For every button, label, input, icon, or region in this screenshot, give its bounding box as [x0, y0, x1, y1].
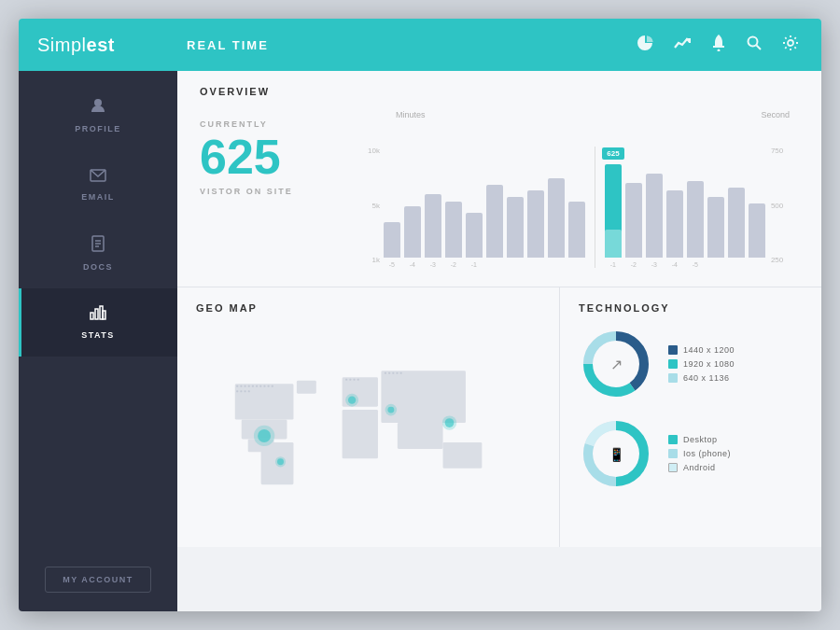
svg-rect-44 [392, 372, 394, 374]
svg-rect-29 [256, 385, 258, 387]
sidebar: PROFILE EMAIL DOCS STATS [19, 71, 177, 611]
svg-rect-40 [353, 379, 355, 381]
bar-r4 [666, 190, 683, 258]
svg-point-0 [718, 49, 721, 52]
x-r7 [728, 261, 745, 268]
active-indicator [19, 288, 21, 357]
donut-2: 📱 [579, 416, 653, 491]
svg-rect-24 [236, 385, 238, 387]
header-icons [637, 35, 821, 55]
svg-rect-27 [248, 385, 250, 387]
sidebar-item-email[interactable]: EMAIL [19, 150, 177, 218]
bar-r1-light [605, 230, 622, 258]
svg-rect-30 [259, 385, 261, 387]
svg-rect-26 [245, 385, 246, 387]
y-label-750: 750 [771, 147, 783, 155]
svg-rect-25 [240, 385, 242, 387]
search-icon[interactable] [747, 35, 762, 54]
svg-rect-10 [91, 313, 93, 319]
svg-point-52 [387, 407, 394, 413]
svg-point-1 [749, 37, 758, 47]
y-label-250: 250 [771, 256, 783, 264]
geo-section: GEO MAP [177, 287, 560, 547]
visitor-label: VISTOR ON SITE [200, 187, 349, 196]
bar-r2 [625, 183, 642, 258]
logo: Simplest [19, 35, 177, 56]
x-r4: -4 [666, 261, 683, 268]
x-l2: -4 [404, 261, 421, 268]
donut-1: ↗ [579, 327, 653, 401]
bar-l8 [527, 190, 544, 258]
legend-dot-desktop [668, 435, 678, 444]
legend-dot-1440 [668, 345, 678, 355]
trending-up-icon[interactable] [674, 36, 691, 53]
svg-text:📱: 📱 [609, 447, 625, 463]
svg-rect-13 [103, 311, 105, 319]
legend-dot-android [668, 463, 678, 472]
overview-section: OVERVIEW CURRENTLY 625 VISTOR ON SITE Mi… [177, 71, 821, 287]
x-l1: -5 [384, 261, 400, 268]
chart-label-second: Second [761, 110, 790, 119]
x-l10 [568, 261, 585, 268]
svg-point-56 [277, 458, 284, 465]
svg-rect-43 [388, 372, 390, 374]
svg-rect-38 [345, 379, 347, 381]
overview-title: OVERVIEW [200, 86, 799, 97]
x-l8 [527, 261, 544, 268]
sidebar-label-profile: PROFILE [75, 124, 121, 133]
svg-rect-22 [443, 442, 483, 469]
legend-item-android: Android [668, 463, 731, 472]
svg-rect-23 [297, 381, 316, 394]
legend-label-640: 640 x 1136 [683, 373, 730, 383]
svg-rect-36 [245, 390, 246, 392]
legend-label-ios: Ios (phone) [683, 449, 731, 458]
email-icon [90, 167, 106, 187]
tech-section: TECHNOLOGY [560, 287, 821, 547]
svg-rect-11 [95, 309, 98, 319]
bar-l2 [404, 206, 421, 258]
legend-dot-640 [668, 373, 678, 383]
pie-chart-icon[interactable] [637, 35, 653, 55]
x-l3: -3 [425, 261, 441, 268]
x-r2: -2 [625, 261, 642, 268]
settings-icon[interactable] [782, 35, 799, 55]
bell-icon[interactable] [711, 35, 726, 55]
legend-label-1920: 1920 x 1080 [683, 359, 735, 369]
bar-l5 [466, 213, 483, 258]
tech-legend-1: 1440 x 1200 1920 x 1080 640 x 1136 [668, 345, 735, 383]
sidebar-item-docs[interactable]: DOCS [19, 218, 177, 288]
svg-rect-28 [252, 385, 254, 387]
stats-icon [90, 305, 106, 325]
svg-point-4 [94, 99, 102, 106]
header: Simplest REAL TIME [19, 19, 821, 71]
sidebar-item-profile[interactable]: PROFILE [19, 80, 177, 150]
map-container [196, 327, 540, 532]
legend-item-desktop: Desktop [668, 435, 731, 444]
chart-label-minutes: Minutes [396, 110, 426, 119]
legend-item-1920: 1920 x 1080 [668, 359, 735, 369]
sidebar-label-stats: STATS [81, 330, 115, 340]
profile-icon [90, 97, 106, 119]
legend-label-desktop: Desktop [683, 435, 718, 444]
legend-item-1440: 1440 x 1200 [668, 345, 735, 355]
legend-label-1440: 1440 x 1200 [683, 345, 735, 355]
my-account-button[interactable]: MY ACCOUNT [45, 567, 151, 593]
tech-legend-2: Desktop Ios (phone) Android [668, 435, 731, 472]
geo-title: GEO MAP [196, 302, 540, 314]
svg-rect-21 [398, 423, 443, 449]
bar-l7 [507, 197, 524, 258]
svg-point-50 [348, 396, 356, 403]
legend-label-android: Android [683, 463, 716, 472]
sidebar-item-stats[interactable]: STATS [19, 288, 177, 357]
main-content: OVERVIEW CURRENTLY 625 VISTOR ON SITE Mi… [177, 71, 821, 611]
legend-dot-1920 [668, 359, 678, 369]
svg-rect-45 [396, 372, 398, 374]
bar-r5 [687, 181, 704, 258]
app-shell: Simplest REAL TIME [19, 19, 821, 611]
legend-item-640: 640 x 1136 [668, 373, 735, 383]
header-title: REAL TIME [177, 38, 637, 52]
bar-r7 [728, 188, 745, 258]
svg-point-54 [445, 418, 455, 427]
x-r6 [707, 261, 724, 268]
svg-text:↗: ↗ [610, 357, 623, 372]
